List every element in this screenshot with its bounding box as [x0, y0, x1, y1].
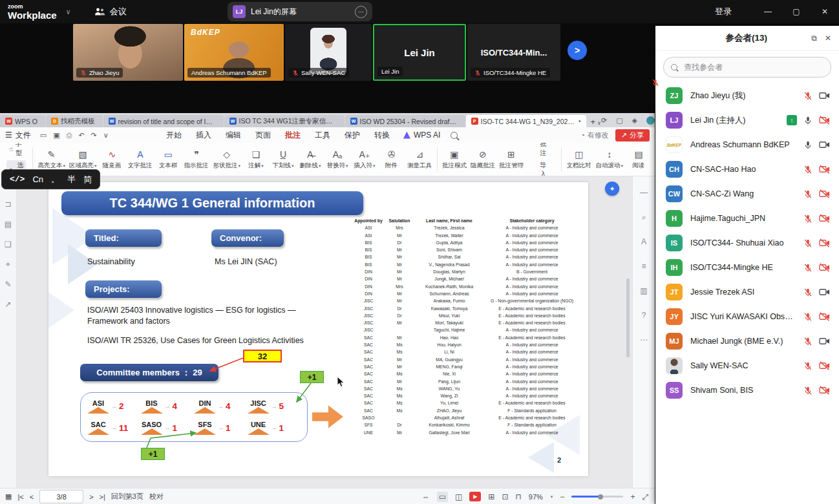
- ribbon-tool[interactable]: ↕ 自动滚动▾: [593, 149, 625, 170]
- tab-shared-screen[interactable]: LJ Lei Jin的屏幕 ⋯: [228, 2, 372, 21]
- vertical-scrollbar[interactable]: [626, 278, 630, 357]
- ribbon-tool[interactable]: Aₐ 替换符▾: [324, 149, 351, 170]
- sidebar-tool-icon[interactable]: ❑: [5, 240, 12, 249]
- ribbon-tool[interactable]: ▣ 批注模式: [440, 149, 469, 170]
- next-page-button[interactable]: >: [89, 493, 93, 501]
- zoom-in-button[interactable]: +: [630, 492, 635, 501]
- ribbon-tool[interactable]: ⊞ 批注管理: [497, 149, 526, 170]
- participant-row[interactable]: IS ISO/TC344- Shuhuai Xiao ↑: [655, 231, 839, 255]
- sidebar-tool-icon[interactable]: —: [640, 188, 648, 197]
- single-page-icon[interactable]: ▭: [437, 492, 448, 502]
- document-tab[interactable]: W ISO TC 344 WG1注册专家信息.docx: [224, 115, 345, 127]
- quick-tool-icon[interactable]: ▣: [53, 131, 59, 140]
- sidebar-tool-icon[interactable]: ↗: [5, 300, 11, 309]
- proofread-button[interactable]: 校对: [149, 492, 164, 501]
- zoom-out-button[interactable]: −: [560, 492, 564, 501]
- menu-tab[interactable]: 工具: [308, 128, 337, 143]
- restore-button[interactable]: ▢: [782, 0, 811, 23]
- sidebar-tool-icon[interactable]: ⊐: [5, 200, 11, 209]
- prev-page-button[interactable]: <: [30, 493, 34, 501]
- new-tab-button[interactable]: +: [591, 117, 596, 127]
- participant-row[interactable]: JT Jessie Trezek ASI ↑: [655, 280, 839, 304]
- sidebar-tool-icon[interactable]: ▤: [5, 220, 12, 229]
- ribbon-tool[interactable]: ❞ 指示批注: [182, 149, 211, 170]
- last-page-button[interactable]: >|: [100, 493, 105, 501]
- fit-width-icon[interactable]: ⇔: [422, 492, 430, 501]
- participant-search[interactable]: [663, 57, 831, 78]
- fit-page-icon[interactable]: ⊡: [502, 492, 508, 501]
- participant-row[interactable]: ZJ Zhao Jieyu (我) ↑: [655, 83, 839, 108]
- page-panel-icon[interactable]: ▦: [5, 492, 12, 501]
- sidebar-tool-icon[interactable]: A: [641, 237, 646, 246]
- ribbon-tool[interactable]: ◇ 形状批注▾: [211, 149, 242, 170]
- close-button[interactable]: ✕: [811, 0, 839, 23]
- document-tab[interactable]: W WPS O: [0, 115, 45, 127]
- minimize-button[interactable]: —: [754, 0, 782, 23]
- participant-row[interactable]: MJ Michael Jungk (BME e.V.) ↑: [655, 329, 839, 353]
- participant-row[interactable]: Sally WEN-SAC ↑: [655, 353, 839, 378]
- document-tab[interactable]: W revision of title and scope of ISO-: [103, 115, 224, 127]
- ribbon-tool[interactable]: ◫ 文档比对: [564, 149, 593, 170]
- quick-tool-icon[interactable]: ▭: [40, 131, 47, 140]
- wps-ai-button[interactable]: WPS AI: [403, 131, 440, 140]
- sidebar-tool-icon[interactable]: ⋯: [640, 335, 648, 344]
- share-button[interactable]: ↗ 分享: [615, 129, 650, 142]
- video-tile-mingke-he[interactable]: ISO/TC344-Min... ISO/TC344-Mingke HE: [467, 24, 560, 81]
- ribbon-tool[interactable]: ❏ 注解▾: [242, 149, 270, 170]
- quick-tool-icon[interactable]: ↷: [91, 131, 97, 140]
- hand-tool[interactable]: ☝ 手型: [6, 143, 26, 158]
- menu-tab[interactable]: 开始: [159, 128, 189, 143]
- zoom-slider[interactable]: [571, 496, 623, 498]
- ribbon-tool[interactable]: ∿ 随意画: [98, 149, 125, 170]
- history-icon[interactable]: ⟳: [601, 116, 607, 125]
- quick-tool-icon[interactable]: ↶: [78, 131, 84, 140]
- ribbon-tool[interactable]: A 文字批注: [125, 149, 154, 170]
- import-annotations[interactable]: ↧ 导入批注: [529, 160, 555, 176]
- file-menu[interactable]: ☰ 文件: [5, 130, 31, 141]
- next-videos-button[interactable]: >: [568, 41, 587, 60]
- search-icon[interactable]: [451, 132, 458, 139]
- sidebar-tool-icon[interactable]: ⌕: [642, 213, 646, 222]
- zoom-caret-icon[interactable]: ▾: [551, 494, 553, 499]
- participant-row[interactable]: IH ISO/TC344-Mingke HE ↑: [655, 255, 839, 280]
- menu-tab[interactable]: 转换: [367, 128, 397, 143]
- sidebar-tool-icon[interactable]: ≡: [641, 262, 646, 271]
- ribbon-tool[interactable]: ⊘ 隐藏批注: [469, 149, 497, 170]
- menu-tab[interactable]: 批注: [278, 128, 308, 143]
- page-number-input[interactable]: [39, 490, 83, 503]
- grid-view-icon[interactable]: ⊞: [488, 492, 494, 501]
- chevron-down-icon[interactable]: ∨: [66, 8, 71, 16]
- ribbon-tool[interactable]: ▧ 区域高亮▾: [67, 149, 99, 170]
- menu-tab[interactable]: 保护: [337, 128, 367, 143]
- shield-icon[interactable]: ◈: [632, 116, 637, 125]
- participant-row[interactable]: SS Shivam Soni, BIS ↑: [655, 378, 839, 403]
- fullscreen-icon[interactable]: ⤢: [642, 492, 648, 501]
- document-tab[interactable]: W ISO WD 25304 - Revised draft --fo: [345, 115, 465, 127]
- sidebar-tool-icon[interactable]: ✎: [5, 280, 11, 289]
- more-options-icon[interactable]: ⋯: [355, 6, 367, 18]
- menu-tab[interactable]: 页面: [248, 128, 278, 143]
- video-tile-zhao-jieyu[interactable]: Zhao Jieyu: [73, 24, 183, 81]
- sidebar-tool-icon[interactable]: ⌖: [6, 260, 10, 269]
- menu-tab[interactable]: 插入: [189, 128, 218, 143]
- two-page-icon[interactable]: ◫: [455, 492, 462, 501]
- popout-icon[interactable]: ⧉: [811, 34, 817, 43]
- document-tab[interactable]: P ISO-TC 344-WG 1_N39_2025-0 •: [466, 115, 586, 127]
- close-panel-icon[interactable]: ✕: [825, 34, 831, 43]
- document-tab[interactable]: D 找稻壳模板: [46, 115, 103, 127]
- participant-row[interactable]: LJ Lei Jin (主持人) ↑: [655, 108, 839, 132]
- zoom-level[interactable]: 97%: [529, 493, 543, 501]
- ribbon-tool[interactable]: ✇ 附件: [378, 149, 405, 170]
- participant-row[interactable]: CW CN-SAC-Zi Wang ↑: [655, 182, 839, 206]
- video-tile-andreas-schumann[interactable]: BdKEP Andreas Schumann BdKEP: [184, 24, 284, 81]
- video-tile-sally-wen[interactable]: Sally WEN-SAC: [285, 24, 372, 81]
- ribbon-tool[interactable]: A₊ 插入符▾: [351, 149, 378, 170]
- participant-row[interactable]: BdKEP Andreas Schumann BdKEP ↑: [655, 132, 839, 157]
- ribbon-tool[interactable]: ✎ 高亮文本▾: [36, 149, 67, 170]
- ribbon-tool[interactable]: ▭ 文本框: [154, 149, 182, 170]
- account-avatar[interactable]: [646, 116, 655, 125]
- zoom-slider-knob[interactable]: [598, 494, 603, 499]
- quick-tool-icon[interactable]: ∨: [103, 131, 109, 140]
- export-annotations[interactable]: ↥ 导出批注: [529, 143, 555, 158]
- clip-view-icon[interactable]: ⊓: [515, 492, 521, 501]
